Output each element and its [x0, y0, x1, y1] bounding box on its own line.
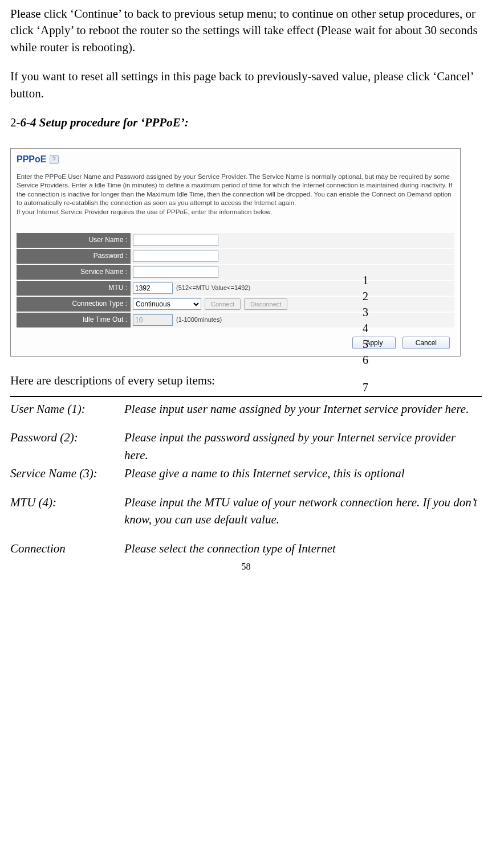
label-mtu: MTU : [17, 281, 131, 296]
section-heading: 2-6-4 Setup procedure for ‘PPPoE’: [10, 114, 482, 131]
annotation-3: 3 [363, 304, 368, 320]
row-idle-time: Idle Time Out : (1-1000minutes) [17, 313, 454, 327]
desc-text: Please input user name assigned by your … [124, 400, 482, 429]
row-mtu: MTU : (512<=MTU Value<=1492) [17, 281, 454, 296]
input-password[interactable] [133, 251, 218, 262]
row-user-name: User Name : [17, 233, 454, 248]
heading-prefix: 2 [10, 116, 17, 129]
annotation-5: 5 [363, 336, 368, 352]
apply-button[interactable]: Apply [352, 337, 396, 349]
intro-paragraph-2: If you want to reset all settings in thi… [10, 68, 482, 102]
annotation-6: 6 [363, 352, 368, 368]
connect-button[interactable]: Connect [205, 298, 241, 310]
desc-term: Password (2): [10, 429, 124, 465]
annotation-2: 2 [363, 288, 368, 304]
pppoe-intro-text: Enter the PPPoE User Name and Password a… [17, 173, 454, 217]
table-row: MTU (4):Please input the MTU value of yo… [10, 494, 482, 540]
pppoe-panel: PPPoE ? Enter the PPPoE User Name and Pa… [10, 148, 461, 356]
divider [10, 396, 482, 397]
table-row: Service Name (3):Please give a name to t… [10, 465, 482, 493]
table-row: User Name (1):Please input user name ass… [10, 400, 482, 429]
table-row: Password (2):Please input the password a… [10, 429, 482, 465]
desc-term: MTU (4): [10, 494, 124, 540]
cancel-button[interactable]: Cancel [402, 337, 450, 349]
mtu-hint: (512<=MTU Value<=1492) [176, 284, 250, 292]
annotation-7: 7 [363, 379, 368, 395]
pppoe-title: PPPoE [17, 153, 46, 166]
input-user-name[interactable] [133, 235, 218, 246]
input-service-name[interactable] [133, 267, 218, 278]
label-user-name: User Name : [17, 233, 131, 248]
disconnect-button[interactable]: Disconnect [244, 298, 287, 310]
idle-hint: (1-1000minutes) [176, 316, 222, 324]
help-icon[interactable]: ? [50, 155, 59, 164]
desc-term: Service Name (3): [10, 465, 124, 493]
button-row: Apply Cancel [17, 337, 454, 349]
row-connection-type: Connection Type : Continuous Connect Dis… [17, 297, 454, 312]
table-row: ConnectionPlease select the connection t… [10, 540, 482, 558]
annotation-4: 4 [363, 320, 368, 336]
desc-text: Please select the connection type of Int… [124, 540, 482, 558]
label-idle-time: Idle Time Out : [17, 313, 131, 327]
desc-text: Please give a name to this Internet serv… [124, 465, 482, 493]
descriptions-table: User Name (1):Please input user name ass… [10, 400, 482, 558]
descriptions-intro: Here are descriptions of every setup ite… [10, 372, 482, 389]
desc-text: Please input the password assigned by yo… [124, 429, 482, 465]
row-service-name: Service Name : [17, 265, 454, 280]
heading-title: -6-4 Setup procedure for ‘PPPoE’: [17, 116, 189, 129]
label-connection-type: Connection Type : [17, 297, 131, 312]
label-service-name: Service Name : [17, 265, 131, 280]
label-password: Password : [17, 249, 131, 264]
page-number: 58 [10, 560, 482, 573]
desc-text: Please input the MTU value of your netwo… [124, 494, 482, 540]
desc-term: Connection [10, 540, 124, 558]
intro-paragraph-1: Please click ‘Continue’ to back to previ… [10, 6, 482, 56]
input-idle-time[interactable] [133, 314, 173, 326]
select-connection-type[interactable]: Continuous [133, 298, 201, 310]
annotation-1: 1 [363, 272, 368, 288]
row-password: Password : [17, 249, 454, 264]
pppoe-screenshot: PPPoE ? Enter the PPPoE User Name and Pa… [10, 148, 461, 356]
desc-term: User Name (1): [10, 400, 124, 429]
input-mtu[interactable] [133, 282, 173, 294]
